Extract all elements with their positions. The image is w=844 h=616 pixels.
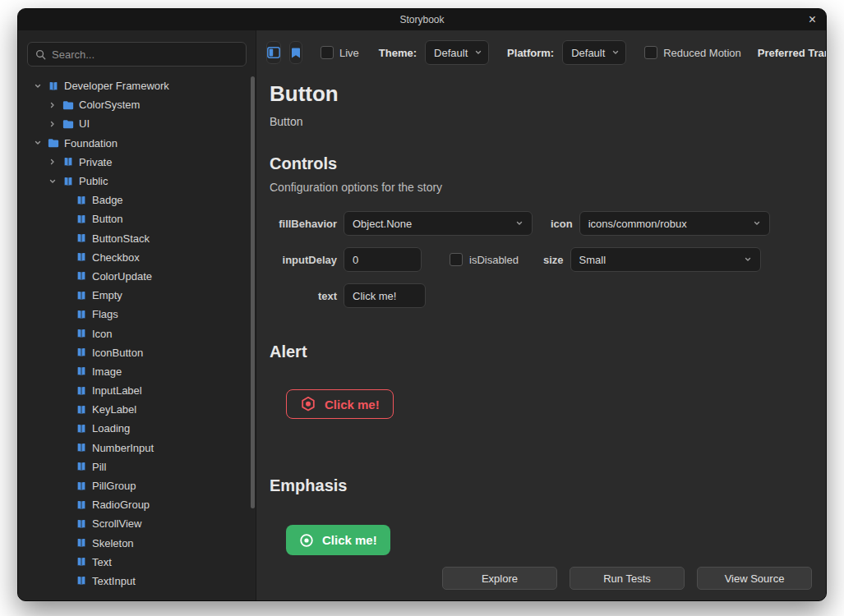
tree-item[interactable]: InputLabel: [18, 381, 256, 400]
tree-item-label: Empty: [92, 289, 122, 301]
toolbar: Live Theme: Default Platform: Default Re…: [256, 30, 826, 75]
theme-label: Theme:: [379, 47, 417, 59]
tree-item-label: Loading: [92, 422, 130, 434]
book-icon: [76, 499, 87, 511]
text-input[interactable]: [344, 283, 426, 308]
tree-item[interactable]: KeyLabel: [18, 400, 256, 419]
tree-item-label: PillGroup: [92, 480, 136, 492]
reduced-motion-checkbox[interactable]: [644, 46, 657, 59]
tree-item[interactable]: Checkbox: [18, 248, 256, 267]
tree-item-label: KeyLabel: [92, 403, 136, 416]
folder-icon: [62, 119, 74, 129]
tree-item-label: Pill: [92, 461, 106, 473]
tree-item[interactable]: Public: [18, 172, 256, 191]
tree-item[interactable]: Flags: [18, 305, 256, 324]
chevron-down-icon[interactable]: [33, 81, 43, 91]
tree-item[interactable]: Developer Framework: [18, 76, 256, 95]
inputdelay-input[interactable]: [344, 247, 422, 272]
close-icon[interactable]: ×: [809, 13, 816, 26]
tree-item[interactable]: ColorSystem: [18, 95, 256, 114]
tree-item-label: IconButton: [92, 347, 143, 359]
chevron-right-icon[interactable]: [48, 119, 58, 129]
alert-demo-button[interactable]: Click me!: [286, 389, 394, 419]
run-tests-button[interactable]: Run Tests: [570, 567, 685, 590]
tree-item[interactable]: Loading: [18, 419, 256, 438]
titlebar: Storybook ×: [18, 9, 826, 30]
live-label: Live: [339, 47, 359, 59]
tree-item[interactable]: Private: [18, 153, 256, 172]
tree-item-label: ScrollView: [92, 517, 141, 530]
book-icon: [76, 480, 87, 492]
tree-item[interactable]: RadioGroup: [18, 495, 256, 514]
tree-item[interactable]: NumberInput: [18, 439, 256, 457]
tree-item[interactable]: ButtonStack: [18, 229, 256, 248]
tree-item[interactable]: Image: [18, 362, 256, 381]
sidebar-scrollbar[interactable]: [251, 30, 255, 600]
tree-item[interactable]: Text: [18, 553, 256, 572]
tree-item-label: Foundation: [64, 137, 118, 149]
controls-row: inputDelay isDisabled size Small: [270, 247, 813, 272]
book-icon: [76, 385, 87, 397]
tree-item[interactable]: UI: [18, 114, 256, 133]
scrollbar-thumb[interactable]: [251, 76, 255, 508]
tree-item-label: RadioGroup: [92, 499, 150, 511]
theme-select[interactable]: Default: [425, 40, 489, 65]
chevron-down-icon: [753, 219, 761, 228]
tree-item-label: Button: [92, 213, 123, 225]
chevron-down-icon[interactable]: [48, 177, 58, 186]
panel-toggle-button[interactable]: [266, 41, 281, 64]
tree-item[interactable]: Foundation: [18, 134, 256, 153]
folder-icon: [48, 138, 59, 148]
reduced-motion-label: Reduced Motion: [663, 47, 741, 59]
tree-item[interactable]: TextInput: [18, 572, 256, 591]
book-icon: [76, 442, 87, 453]
chevron-down-icon: [744, 255, 752, 264]
book-icon: [76, 575, 87, 586]
tree-item[interactable]: PillGroup: [18, 476, 256, 495]
bookmark-toggle-button[interactable]: [289, 41, 302, 64]
tree-item[interactable]: Skeleton: [18, 534, 256, 553]
fillbehavior-select[interactable]: Object.None: [344, 211, 533, 236]
book-icon: [76, 195, 87, 206]
book-icon: [76, 518, 87, 530]
book-icon: [76, 537, 87, 549]
explore-button[interactable]: Explore: [442, 567, 557, 590]
view-source-button[interactable]: View Source: [697, 567, 812, 590]
tree-item[interactable]: Pill: [18, 457, 256, 476]
tree-item[interactable]: ColorUpdate: [18, 267, 256, 286]
size-label: size: [543, 254, 564, 266]
emphasis-demo-button[interactable]: Click me!: [286, 525, 390, 555]
book-icon: [76, 232, 87, 244]
tree-item[interactable]: ScrollView: [18, 514, 256, 533]
chevron-right-icon[interactable]: [48, 100, 58, 110]
book-icon: [76, 290, 87, 301]
chevron-right-icon[interactable]: [48, 157, 58, 167]
tree-item-label: Developer Framework: [64, 80, 169, 92]
tree-item[interactable]: Empty: [18, 286, 256, 305]
tree-item-label: Text: [92, 556, 112, 568]
tree-item-label: Private: [79, 156, 112, 168]
tree-item-label: Icon: [92, 328, 113, 340]
tree-item[interactable]: IconButton: [18, 343, 256, 362]
main-panel: Live Theme: Default Platform: Default Re…: [256, 30, 826, 600]
isdisabled-checkbox[interactable]: [450, 253, 463, 266]
tree-item-label: ButtonStack: [92, 232, 150, 245]
tree-item[interactable]: Button: [18, 209, 256, 228]
size-select[interactable]: Small: [570, 247, 761, 272]
story-title: Button: [270, 81, 813, 107]
book-icon: [76, 251, 87, 263]
icon-select[interactable]: icons/common/robux: [579, 211, 770, 236]
sidebar-tree: Developer FrameworkColorSystemUIFoundati…: [18, 76, 256, 591]
alert-button-label: Click me!: [325, 398, 380, 411]
story-content: Button Button Controls Configuration opt…: [256, 75, 826, 556]
alert-section-title: Alert: [270, 342, 813, 361]
isdisabled-label: isDisabled: [469, 254, 519, 266]
tree-item[interactable]: Icon: [18, 324, 256, 342]
chevron-down-icon[interactable]: [33, 138, 43, 148]
platform-select[interactable]: Default: [562, 40, 626, 65]
search-input[interactable]: [52, 48, 238, 61]
tree-item-label: Image: [92, 365, 122, 378]
search-box[interactable]: [27, 42, 247, 67]
live-checkbox[interactable]: [321, 46, 334, 59]
tree-item[interactable]: Badge: [18, 191, 256, 209]
